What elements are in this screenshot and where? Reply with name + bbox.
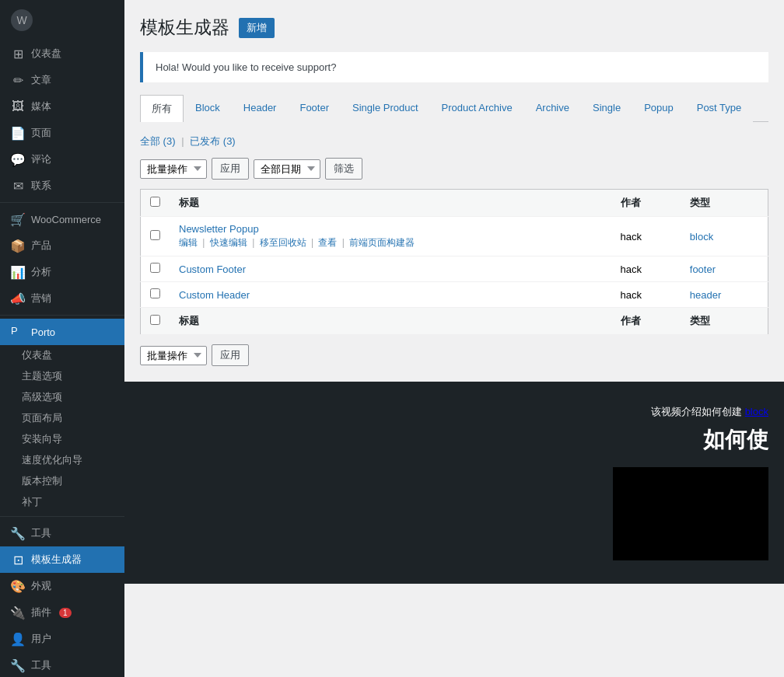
row-1-trash-link[interactable]: 移至回收站: [260, 237, 306, 248]
sidebar-item-woocommerce[interactable]: 🛒 WooCommerce: [0, 206, 124, 232]
footer-type-col: 类型: [681, 308, 768, 335]
sidebar-item-contact[interactable]: ✉ 联系: [0, 173, 124, 199]
how-to-desc: 该视频介绍如何创建 block: [140, 405, 768, 419]
sidebar-sub-speed-wizard[interactable]: 速度优化向导: [0, 450, 124, 471]
wp-logo: W: [0, 0, 124, 40]
row-1-quick-edit-link[interactable]: 快速编辑: [210, 237, 247, 248]
appearance-icon: 🎨: [11, 579, 25, 593]
tab-single-product[interactable]: Single Product: [341, 95, 430, 122]
wp-icon: W: [11, 9, 33, 31]
row-1-view-link[interactable]: 查看: [318, 237, 337, 248]
filter-bar: 全部 (3) | 已发布 (3): [140, 134, 768, 148]
new-button[interactable]: 新增: [239, 18, 275, 38]
sidebar-sub-version-control[interactable]: 版本控制: [0, 471, 124, 492]
table-footer-row: 标题 作者 类型: [141, 308, 768, 335]
footer-select-all-checkbox[interactable]: [150, 315, 160, 325]
sidebar-sub-advanced-options[interactable]: 高级选项: [0, 387, 124, 408]
sidebar-item-template-builder-label: 模板生成器: [31, 553, 82, 567]
footer-author-col: 作者: [611, 308, 681, 335]
sidebar-item-products[interactable]: 📦 产品: [0, 232, 124, 259]
row-3-title-cell: Custom Header: [170, 282, 611, 308]
tab-popup[interactable]: Popup: [632, 95, 685, 122]
row-1-title-link[interactable]: Newsletter Popup: [179, 223, 259, 235]
row-1-frontend-link[interactable]: 前端页面构建器: [349, 237, 415, 248]
tab-archive[interactable]: Archive: [524, 95, 581, 122]
sidebar-item-porto[interactable]: P Porto: [0, 319, 124, 345]
sidebar-item-products-label: 产品: [31, 239, 51, 253]
row-2-title-link[interactable]: Custom Footer: [179, 263, 246, 275]
row-3-author: hack: [611, 282, 681, 308]
tools2-icon: 🔧: [11, 658, 25, 672]
bottom-apply-button[interactable]: 应用: [212, 344, 249, 366]
sidebar-item-dashboard[interactable]: ⊞ 仪表盘: [0, 40, 124, 67]
sidebar-item-tools2[interactable]: 🔧 工具: [0, 652, 124, 677]
apply-button[interactable]: 应用: [212, 158, 249, 180]
tab-product-archive[interactable]: Product Archive: [430, 95, 524, 122]
tab-all[interactable]: 所有: [140, 95, 184, 122]
header-checkbox-col: [141, 190, 170, 217]
marketing-icon: 📣: [11, 291, 25, 305]
row-checkbox-2: [141, 256, 170, 282]
sidebar-item-media[interactable]: 🖼 媒体: [0, 93, 124, 120]
tab-header[interactable]: Header: [232, 95, 289, 122]
posts-icon: ✏: [11, 73, 25, 87]
row-1-author: hack: [611, 217, 681, 256]
sidebar-item-marketing[interactable]: 📣 营销: [0, 285, 124, 312]
count-separator: |: [181, 135, 184, 147]
media-icon: 🖼: [11, 99, 25, 113]
sidebar-item-tools[interactable]: 🔧 工具: [0, 520, 124, 546]
sidebar-item-dashboard-label: 仪表盘: [31, 47, 61, 61]
sidebar-sub-porto-dashboard[interactable]: 仪表盘: [0, 345, 124, 366]
sidebar-item-plugins-label: 插件: [31, 605, 51, 619]
sidebar-porto-label: Porto: [31, 326, 55, 338]
sidebar-item-plugins[interactable]: 🔌 插件 1: [0, 599, 124, 626]
sidebar-item-analytics[interactable]: 📊 分析: [0, 259, 124, 285]
row-2-title-cell: Custom Footer: [170, 256, 611, 282]
table-row: Custom Footer hack footer: [141, 256, 768, 282]
table-row: Custom Header hack header: [141, 282, 768, 308]
row-3-checkbox[interactable]: [150, 288, 160, 298]
sidebar-sub-page-layout[interactable]: 页面布局: [0, 408, 124, 429]
bottom-filter-controls: 批量操作 删除 应用: [140, 344, 768, 366]
date-select[interactable]: 全部日期: [254, 159, 320, 179]
sidebar-sub-patches[interactable]: 补丁: [0, 492, 124, 513]
bottom-bulk-actions-select[interactable]: 批量操作 删除: [140, 346, 207, 365]
row-1-checkbox[interactable]: [150, 230, 160, 240]
sidebar-item-pages[interactable]: 📄 页面: [0, 120, 124, 146]
all-count-link[interactable]: 全部 (3): [140, 135, 176, 147]
row-1-title-cell: Newsletter Popup 编辑 | 快速编辑 | 移至回收站 | 查看 …: [170, 217, 611, 256]
select-all-checkbox[interactable]: [150, 197, 160, 207]
row-3-title-link[interactable]: Custom Header: [179, 289, 250, 301]
footer-title-col: 标题: [170, 308, 611, 335]
tab-post-type[interactable]: Post Type: [685, 95, 754, 122]
tab-block[interactable]: Block: [184, 95, 232, 122]
sidebar-sub-install-wizard[interactable]: 安装向导: [0, 429, 124, 450]
how-to-link[interactable]: block: [745, 406, 768, 417]
sidebar-item-posts[interactable]: ✏ 文章: [0, 67, 124, 93]
video-thumbnail[interactable]: [613, 467, 768, 560]
tab-footer[interactable]: Footer: [288, 95, 341, 122]
sidebar-item-posts-label: 文章: [31, 73, 51, 87]
contact-icon: ✉: [11, 179, 25, 193]
filter-button[interactable]: 筛选: [325, 158, 362, 180]
tab-single[interactable]: Single: [581, 95, 632, 122]
sidebar-item-appearance[interactable]: 🎨 外观: [0, 573, 124, 599]
support-banner: Hola! Would you like to receive support?: [140, 52, 768, 82]
table-row: Newsletter Popup 编辑 | 快速编辑 | 移至回收站 | 查看 …: [141, 217, 768, 256]
sidebar-item-tools-label: 工具: [31, 526, 51, 540]
sidebar-item-marketing-label: 营销: [31, 291, 51, 305]
plugins-badge: 1: [59, 608, 72, 618]
sidebar-item-comments[interactable]: 💬 评论: [0, 146, 124, 173]
row-2-checkbox[interactable]: [150, 263, 160, 273]
tools-icon: 🔧: [11, 526, 25, 540]
published-count-link[interactable]: 已发布 (3): [190, 135, 236, 147]
sidebar-sub-theme-options[interactable]: 主题选项: [0, 366, 124, 387]
comments-icon: 💬: [11, 152, 25, 166]
header-type-col: 类型: [681, 190, 768, 217]
plugins-icon: 🔌: [11, 605, 25, 619]
sidebar-item-users[interactable]: 👤 用户: [0, 626, 124, 652]
bulk-actions-select[interactable]: 批量操作 删除: [140, 159, 207, 179]
how-to-title: 如何使: [140, 425, 768, 455]
sidebar-item-template-builder[interactable]: ⊡ 模板生成器: [0, 546, 124, 573]
row-1-edit-link[interactable]: 编辑: [179, 237, 198, 248]
